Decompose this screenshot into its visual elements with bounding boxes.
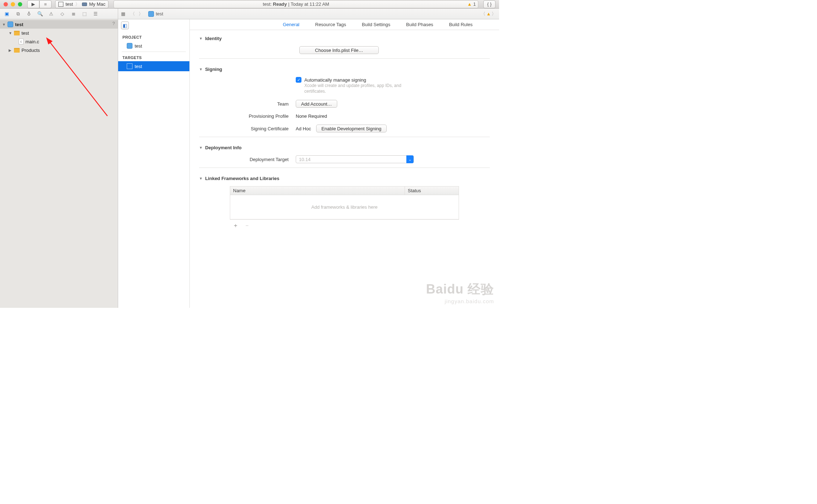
auto-signing-checkbox[interactable]: ✓: [296, 77, 301, 83]
project-editor: ◧ PROJECT test TARGETS test General Reso…: [118, 19, 499, 308]
disclosure-triangle-icon[interactable]: ▶: [9, 48, 12, 52]
navigator-selector: ▣ ⧉ ♁ 🔍 ⚠ ◇ ≣ ⬚ ☰: [0, 9, 118, 19]
project-navigator-icon[interactable]: ▣: [3, 10, 11, 18]
c-file-icon: c: [19, 39, 24, 44]
project-icon: [127, 43, 132, 49]
test-navigator-icon[interactable]: ◇: [58, 10, 66, 18]
linked-title: Linked Frameworks and Libraries: [205, 176, 279, 181]
code-snippets-button[interactable]: { }: [483, 0, 495, 8]
outline-target-label: test: [135, 64, 142, 69]
editor-tabs: General Resource Tags Build Settings Bui…: [190, 19, 499, 30]
col-name[interactable]: Name: [230, 186, 405, 195]
watermark: Baidu 经验 jingyan.baidu.com: [426, 281, 494, 304]
add-framework-button[interactable]: ＋: [233, 222, 238, 229]
project-icon: [8, 21, 13, 27]
deployment-title: Deployment Info: [205, 145, 242, 150]
project-root-row[interactable]: ▼ test: [0, 20, 118, 29]
project-header: PROJECT: [118, 32, 189, 41]
identity-header[interactable]: ▼ Identity: [199, 36, 490, 43]
issues-indicator[interactable]: ▲ 1: [467, 1, 476, 7]
outline-divider: [122, 52, 186, 52]
tab-general[interactable]: General: [283, 22, 299, 27]
tab-resource-tags[interactable]: Resource Tags: [315, 22, 346, 27]
chevron-down-icon: ▼: [199, 37, 203, 40]
next-issue-button[interactable]: 〉: [492, 11, 496, 17]
lcd-project: test:: [263, 1, 272, 7]
section-divider: [199, 58, 490, 59]
signing-section: ▼ Signing ✓ Automatically manage signing…: [190, 61, 499, 139]
chevron-down-icon: ▼: [199, 176, 203, 180]
deployment-target-value: 10.14: [299, 157, 311, 162]
signing-header[interactable]: ▼ Signing: [199, 67, 490, 74]
outline-target-item[interactable]: test: [118, 61, 189, 71]
editor-jump-bar: ▦ 〈 〉 test 〈 ▲ 〉: [118, 9, 499, 19]
close-window-button[interactable]: [4, 2, 8, 6]
linked-header[interactable]: ▼ Linked Frameworks and Libraries: [199, 176, 490, 183]
stop-button[interactable]: ■: [39, 0, 52, 8]
signing-certificate-label: Signing Certificate: [199, 126, 296, 131]
auto-signing-label: Automatically manage signing: [304, 77, 366, 83]
related-items-icon[interactable]: ▦: [121, 11, 125, 16]
debug-navigator-icon[interactable]: ≣: [69, 10, 77, 18]
auto-signing-hint: Xcode will create and update profiles, a…: [296, 83, 410, 94]
breadcrumb[interactable]: test: [148, 11, 163, 17]
project-root-label: test: [15, 22, 23, 27]
prev-issue-button[interactable]: 〈: [481, 11, 485, 17]
col-status[interactable]: Status: [405, 186, 459, 195]
lcd-time: Today at 11:22 AM: [291, 1, 329, 7]
go-back-button[interactable]: 〈: [129, 11, 136, 17]
tab-build-rules[interactable]: Build Rules: [449, 22, 473, 27]
deployment-target-select[interactable]: 10.14 ⌄: [296, 155, 414, 163]
warning-icon: ▲: [467, 1, 472, 7]
table-footer: ＋ －: [230, 219, 459, 232]
table-header: Name Status: [230, 186, 459, 195]
disclosure-triangle-icon[interactable]: ▼: [9, 31, 12, 35]
find-navigator-icon[interactable]: 🔍: [36, 10, 44, 18]
file-row[interactable]: c main.c: [0, 37, 118, 46]
lcd-status: Ready: [273, 1, 287, 7]
chevron-down-icon: ⌄: [406, 155, 414, 163]
disclosure-triangle-icon[interactable]: ▼: [2, 23, 6, 26]
outline-project-item[interactable]: test: [118, 41, 189, 51]
scheme-selector[interactable]: test 〉 My Mac: [55, 0, 108, 8]
deployment-header[interactable]: ▼ Deployment Info: [199, 145, 490, 152]
symbol-navigator-icon[interactable]: ♁: [25, 10, 33, 18]
breakpoint-navigator-icon[interactable]: ⬚: [81, 10, 88, 18]
provisioning-profile-label: Provisioning Profile: [199, 113, 296, 119]
remove-framework-button[interactable]: －: [244, 222, 250, 229]
zoom-window-button[interactable]: [18, 2, 22, 6]
add-account-button[interactable]: Add Account…: [296, 100, 337, 108]
signing-certificate-value: Ad Hoc: [296, 126, 311, 131]
signing-title: Signing: [205, 67, 222, 72]
enable-dev-signing-button[interactable]: Enable Development Signing: [316, 125, 387, 132]
source-control-navigator-icon[interactable]: ⧉: [14, 10, 22, 18]
section-divider: [199, 137, 490, 137]
navigator-help-button[interactable]: ?: [112, 21, 115, 26]
products-row[interactable]: ▶ Products: [0, 46, 118, 54]
issue-navigator-icon[interactable]: ⚠: [47, 10, 55, 18]
identity-title: Identity: [205, 36, 222, 41]
targets-outline: ◧ PROJECT test TARGETS test: [118, 19, 190, 308]
project-navigator: ? ▼ test ▼ test c main.c ▶ Products: [0, 19, 118, 308]
project-icon: [148, 11, 154, 17]
minimize-window-button[interactable]: [11, 2, 15, 6]
choose-info-plist-button[interactable]: Choose Info.plist File…: [299, 46, 379, 54]
report-navigator-icon[interactable]: ☰: [92, 10, 100, 18]
team-label: Team: [199, 101, 296, 107]
frameworks-table: Name Status Add frameworks & libraries h…: [230, 186, 459, 219]
folder-row[interactable]: ▼ test: [0, 29, 118, 37]
tab-build-phases[interactable]: Build Phases: [406, 22, 433, 27]
deployment-target-label: Deployment Target: [199, 157, 296, 162]
activity-lcd: test: Ready | Today at 11:22 AM ▲ 1: [113, 0, 478, 8]
tab-build-settings[interactable]: Build Settings: [362, 22, 391, 27]
run-button[interactable]: ▶: [27, 0, 39, 8]
toolbar-row: ▣ ⧉ ♁ 🔍 ⚠ ◇ ≣ ⬚ ☰ ▦ 〈 〉 test 〈 ▲ 〉: [0, 9, 499, 19]
target-icon: [127, 63, 132, 69]
scheme-target-label: test: [66, 1, 73, 7]
toggle-outline-button[interactable]: ◧: [121, 21, 129, 29]
issue-icon[interactable]: ▲: [486, 11, 491, 16]
go-forward-button[interactable]: 〉: [137, 11, 145, 17]
folder-icon: [14, 48, 20, 53]
chevron-down-icon: ▼: [199, 146, 203, 150]
breadcrumb-label: test: [156, 11, 163, 16]
